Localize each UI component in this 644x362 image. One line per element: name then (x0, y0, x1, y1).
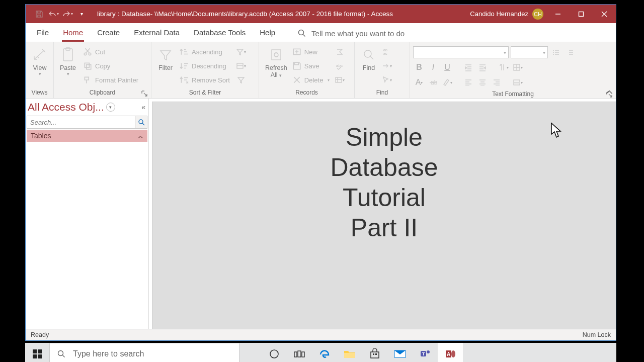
ascending-button[interactable]: Ascending (178, 45, 232, 58)
save-record-button[interactable]: Save (290, 59, 332, 72)
mail-icon[interactable] (387, 343, 413, 362)
new-record-button[interactable]: New (290, 45, 332, 58)
highlight-button[interactable]: ▾ (441, 76, 453, 89)
tab-help[interactable]: Help (253, 24, 282, 42)
bullets-icon[interactable] (550, 46, 562, 59)
tab-database-tools[interactable]: Database Tools (187, 24, 253, 42)
start-button[interactable] (25, 343, 49, 362)
font-size-combo[interactable]: ▾ (511, 46, 548, 58)
nav-pane-header[interactable]: All Access Obj... ▾ « (26, 99, 148, 116)
user-name: Candido Hernandez (470, 10, 528, 18)
chevron-down-icon[interactable]: ▾ (106, 103, 115, 112)
tab-external-data[interactable]: External Data (127, 24, 187, 42)
tab-create[interactable]: Create (90, 24, 127, 42)
qat-customize-icon[interactable]: ▾ (75, 8, 88, 21)
save-icon (292, 61, 301, 70)
spelling-button[interactable]: abc (334, 59, 346, 72)
dialog-launcher-icon[interactable] (141, 90, 148, 97)
svg-text:T: T (422, 351, 425, 356)
paste-icon (60, 45, 75, 64)
collapse-nav-icon[interactable]: « (141, 103, 145, 111)
paste-button[interactable]: Paste ▾ (57, 43, 79, 76)
minimize-button[interactable] (546, 5, 570, 23)
copy-button[interactable]: Copy (81, 59, 140, 72)
find-button[interactable]: Find (358, 43, 380, 71)
ribbon-group-find: Find abac ▾ ▾ Find (355, 42, 410, 98)
sort-asc-icon (180, 47, 189, 56)
svg-rect-27 (38, 354, 42, 358)
align-left-icon[interactable] (462, 76, 474, 89)
refresh-all-button[interactable]: RefreshAll ▾ (262, 43, 290, 79)
numbering-icon[interactable] (564, 46, 576, 59)
align-center-icon[interactable] (476, 76, 489, 89)
remove-sort-button[interactable]: Remove Sort (178, 73, 232, 86)
goto-button[interactable]: ▾ (381, 59, 393, 72)
svg-text:abc: abc (336, 63, 343, 68)
decrease-indent-icon[interactable] (476, 61, 489, 74)
taskbar-search-placeholder: Type here to search (73, 349, 144, 358)
svg-rect-32 (302, 352, 304, 357)
chevron-down-icon: ▾ (67, 71, 69, 76)
save-icon[interactable] (33, 8, 46, 21)
format-painter-button[interactable]: Format Painter (81, 73, 140, 86)
selection-filter-button[interactable]: ▾ (235, 45, 247, 58)
find-icon (362, 45, 376, 64)
bold-button[interactable]: B (413, 61, 425, 74)
toggle-filter-button[interactable] (235, 73, 247, 86)
font-name-combo[interactable]: ▾ (413, 46, 509, 58)
redo-icon[interactable]: ▾ (61, 8, 74, 21)
more-records-button[interactable]: ▾ (334, 73, 346, 86)
select-button[interactable]: ▾ (381, 73, 393, 86)
collapse-ribbon-icon[interactable] (605, 88, 614, 97)
nav-group-tables[interactable]: Tables ︽ (27, 130, 147, 142)
svg-point-39 (427, 350, 430, 353)
access-taskbar-icon[interactable]: A (438, 343, 463, 362)
delete-record-button[interactable]: Delete▾ (290, 73, 332, 86)
task-view-icon[interactable] (287, 343, 312, 362)
cortana-icon[interactable] (262, 343, 287, 362)
svg-rect-31 (298, 351, 301, 357)
window-title: library : Database- \\Mac\Home\Documents… (88, 10, 470, 18)
font-color-button[interactable]: A▾ (413, 76, 425, 89)
svg-rect-26 (33, 354, 37, 358)
teams-icon[interactable]: T (413, 343, 438, 362)
align-right-icon[interactable] (491, 76, 503, 89)
store-icon[interactable] (362, 343, 387, 362)
maximize-button[interactable] (570, 5, 593, 23)
ribbon: View ▾ Views Paste ▾ Cut Copy Format Pai… (26, 42, 616, 99)
text-direction-icon[interactable]: ▾ (498, 61, 510, 74)
descending-button[interactable]: Descending (178, 59, 232, 72)
underline-button[interactable]: U (441, 61, 453, 74)
strikethrough-icon[interactable]: ab (427, 76, 439, 89)
undo-icon[interactable]: ▾ (47, 8, 60, 21)
new-icon (292, 47, 301, 56)
close-button[interactable] (593, 5, 616, 23)
totals-button[interactable] (334, 45, 346, 58)
svg-rect-7 (87, 65, 91, 69)
nav-search-input[interactable] (27, 116, 135, 128)
svg-rect-24 (33, 349, 37, 353)
advanced-filter-button[interactable]: ▾ (235, 59, 247, 72)
filter-button[interactable]: Filter (154, 43, 177, 71)
view-button[interactable]: View ▾ (29, 43, 51, 76)
access-window: ▾ ▾ ▾ library : Database- \\Mac\Home\Doc… (25, 4, 616, 341)
gridlines-icon[interactable]: ▾ (512, 61, 524, 74)
cut-icon (83, 47, 92, 56)
tab-file[interactable]: File (30, 24, 56, 42)
overlay-title: Simple Database Tutorial Part II (330, 122, 438, 243)
italic-button[interactable]: I (427, 61, 439, 74)
file-explorer-icon[interactable] (337, 343, 362, 362)
svg-text:ac: ac (383, 52, 387, 55)
tell-me-search[interactable]: Tell me what you want to do (297, 29, 405, 42)
tab-home[interactable]: Home (56, 24, 90, 42)
svg-point-1 (299, 30, 304, 35)
cut-button[interactable]: Cut (81, 45, 140, 58)
alternate-row-color-icon[interactable]: ▾ (512, 76, 524, 89)
increase-indent-icon[interactable] (462, 61, 474, 74)
edge-icon[interactable] (312, 343, 337, 362)
taskbar-search[interactable]: Type here to search (49, 343, 239, 362)
svg-rect-33 (344, 353, 355, 358)
replace-button[interactable]: abac (381, 45, 393, 58)
user-area[interactable]: Candido Hernandez CH (470, 9, 546, 20)
search-icon[interactable] (135, 116, 147, 128)
